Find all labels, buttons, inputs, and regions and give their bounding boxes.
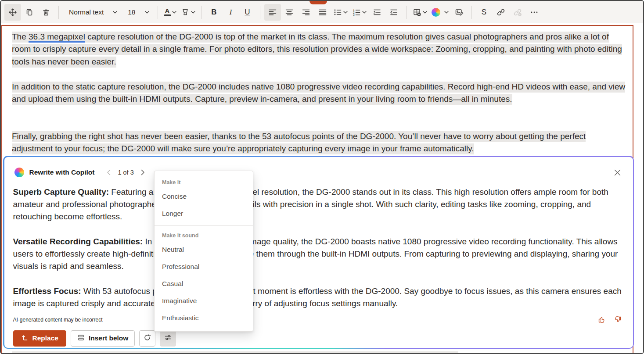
increase-indent-button[interactable]	[369, 4, 385, 21]
pagination: 1 of 3	[106, 168, 145, 176]
close-panel-button[interactable]	[613, 168, 622, 178]
menu-item-longer[interactable]: Longer	[155, 205, 253, 222]
menu-section-header: Make it	[155, 173, 253, 188]
strikethrough-button[interactable]: S	[476, 4, 493, 21]
chevron-down-icon	[191, 11, 195, 14]
align-left-button[interactable]	[264, 4, 281, 21]
suggestion-lead: Effortless Focus:	[13, 286, 81, 296]
divider	[58, 6, 59, 19]
thumbs-up-button[interactable]	[597, 315, 607, 326]
chevron-down-icon	[423, 11, 427, 14]
suggestion-paragraph-2: Versatile Recording Capabilities: In add…	[13, 236, 624, 273]
paragraph-text: In addition to the static capture resolu…	[12, 82, 625, 105]
align-right-icon	[302, 8, 310, 17]
tracked-change-text: 36.3 megapixel	[29, 32, 85, 43]
underline-icon: U	[245, 8, 250, 16]
align-left-icon	[268, 8, 277, 17]
pagination-label: 1 of 3	[118, 169, 133, 176]
adjust-options-button[interactable]	[160, 330, 176, 347]
highlight-button[interactable]	[179, 4, 198, 21]
chevron-down-icon	[444, 11, 449, 14]
image-edit-icon	[455, 8, 464, 17]
align-right-button[interactable]	[298, 4, 314, 21]
decrease-indent-button[interactable]	[385, 4, 402, 21]
align-center-button[interactable]	[281, 4, 298, 21]
menu-item-professional[interactable]: Professional	[155, 258, 253, 275]
font-color-icon: A	[164, 8, 171, 16]
copilot-icon	[432, 8, 440, 17]
rewrite-options-menu: Make it Concise Longer Make it sound Neu…	[154, 171, 253, 332]
delete-button[interactable]	[38, 4, 54, 21]
chevron-down-icon	[343, 11, 348, 14]
sliders-icon	[164, 334, 172, 343]
menu-item-concise[interactable]: Concise	[155, 188, 253, 205]
link-icon	[496, 8, 505, 17]
next-suggestion-button[interactable]	[140, 168, 146, 176]
document-paragraph-3[interactable]: Finally, grabbing the right shot has nev…	[12, 130, 627, 155]
document-paragraph-4-clipped[interactable]: DG-2000 combines these capture, recordin…	[12, 350, 627, 354]
copilot-button[interactable]	[429, 4, 451, 21]
menu-item-casual[interactable]: Casual	[155, 275, 253, 293]
style-dropdown-label: Normal text	[67, 8, 105, 16]
ellipsis-icon	[530, 8, 539, 17]
refresh-icon	[144, 334, 151, 343]
svg-text:3: 3	[353, 13, 355, 16]
highlighter-icon	[181, 8, 190, 17]
remove-link-button[interactable]	[509, 4, 526, 21]
trash-icon	[42, 8, 50, 17]
divider	[158, 6, 158, 19]
paragraph-text: capture resolution of the DG-2000 is top…	[12, 32, 622, 66]
paragraph-text: Finally, grabbing the right shot has nev…	[12, 131, 586, 154]
chevron-down-icon	[113, 11, 117, 14]
regenerate-button[interactable]	[139, 330, 155, 347]
menu-item-enthusiastic[interactable]: Enthusiastic	[155, 310, 253, 327]
more-options-button[interactable]	[526, 4, 543, 21]
paragraph-text: DG-2000	[12, 352, 46, 354]
align-center-icon	[285, 8, 294, 17]
edit-image-button[interactable]	[451, 4, 468, 21]
move-icon	[8, 8, 17, 17]
italic-icon: I	[230, 8, 232, 16]
strikethrough-icon: S	[482, 8, 486, 16]
justify-icon	[318, 8, 327, 17]
menu-item-imaginative[interactable]: Imaginative	[155, 293, 253, 310]
bold-button[interactable]: B	[206, 4, 223, 21]
replace-button[interactable]: Replace	[13, 330, 66, 347]
italic-button[interactable]: I	[223, 4, 239, 21]
insert-below-icon	[77, 334, 85, 343]
style-dropdown[interactable]: Normal text	[63, 4, 122, 21]
suggestion-lead: Superb Capture Quality:	[13, 187, 109, 197]
copy-icon	[25, 8, 34, 17]
thumbs-down-icon	[613, 315, 622, 325]
move-button[interactable]	[4, 4, 21, 21]
copy-button[interactable]	[21, 4, 38, 21]
rewrite-with-copilot-panel: Rewrite with Copilot 1 of 3 Superb Captu…	[3, 156, 634, 349]
suggestion-lead: Versatile Recording Capabilities:	[13, 237, 143, 246]
decrease-indent-icon	[389, 8, 398, 17]
font-size-label: 18	[126, 8, 137, 16]
bullet-list-button[interactable]	[331, 4, 350, 21]
replace-arrow-icon	[21, 334, 29, 343]
document-paragraph-1[interactable]: The 36.3 megapixel capture resolution of…	[12, 31, 627, 68]
paragraph-text: The	[12, 32, 29, 41]
thumbs-down-button[interactable]	[612, 315, 622, 326]
increase-indent-icon	[373, 8, 381, 17]
divider	[201, 6, 202, 19]
table-icon	[413, 8, 421, 17]
paragraph-text: combines these capture, recording, and f…	[46, 352, 458, 354]
previous-suggestion-button[interactable]	[106, 168, 112, 176]
font-color-button[interactable]: A	[162, 4, 179, 21]
insert-table-button[interactable]	[410, 4, 429, 21]
chevron-down-icon	[172, 11, 176, 14]
justify-button[interactable]	[314, 4, 331, 21]
chevron-down-icon	[145, 11, 149, 14]
suggestion-paragraph-1: Superb Capture Quality: Featuring an imp…	[13, 186, 624, 223]
insert-link-button[interactable]	[493, 4, 509, 21]
numbered-list-button[interactable]: 123	[350, 4, 369, 21]
selection-handle[interactable]	[309, 1, 327, 4]
document-paragraph-2[interactable]: In addition to the static capture resolu…	[12, 81, 627, 106]
underline-button[interactable]: U	[239, 4, 256, 21]
insert-below-button[interactable]: Insert below	[71, 330, 135, 347]
font-size-dropdown[interactable]: 18	[122, 4, 153, 21]
menu-item-neutral[interactable]: Neutral	[155, 241, 253, 258]
